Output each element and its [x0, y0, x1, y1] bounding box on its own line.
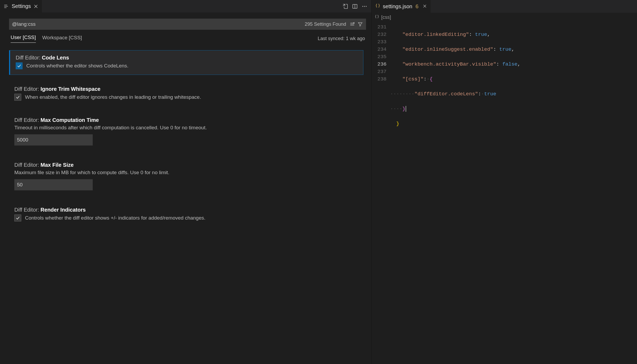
setting-name: Code Lens [42, 55, 69, 61]
setting-name: Render Indicators [41, 207, 86, 213]
open-settings-json-icon[interactable] [341, 2, 350, 11]
settings-json-tab[interactable]: settings.json 6 [372, 0, 431, 13]
split-editor-icon[interactable] [350, 2, 360, 11]
filter-icon[interactable] [356, 20, 364, 28]
svg-point-9 [366, 6, 367, 7]
code-editor[interactable]: 231 232 233 234 235 236 237 238 "editor.… [372, 22, 637, 364]
breadcrumb-scope: [css] [381, 15, 391, 20]
setting-category: Diff Editor: [14, 117, 39, 123]
clear-search-icon[interactable] [348, 20, 356, 28]
editor-tab-modified-count: 6 [415, 3, 418, 10]
line-number-gutter: 231 232 233 234 235 236 237 238 [372, 22, 390, 364]
settings-tab-label: Settings [12, 3, 31, 9]
setting-category: Diff Editor: [14, 86, 39, 92]
editor-tab-filename: settings.json [383, 3, 412, 10]
setting-desc: Maximum file size in MB for which to com… [14, 170, 358, 175]
setting-max-file-size[interactable]: Diff Editor: Max File Size Maximum file … [9, 158, 363, 196]
setting-name: Ignore Trim Whitespace [41, 86, 101, 92]
more-actions-icon[interactable] [360, 2, 369, 11]
setting-category: Diff Editor: [14, 207, 39, 213]
setting-category: Diff Editor: [14, 162, 39, 168]
setting-max-computation-time[interactable]: Diff Editor: Max Computation Time Timeou… [9, 113, 363, 151]
search-input[interactable] [12, 19, 305, 29]
setting-name: Max Computation Time [41, 117, 99, 123]
close-icon[interactable] [33, 4, 38, 9]
checkbox-code-lens[interactable] [16, 62, 23, 69]
setting-name: Max File Size [41, 162, 74, 168]
scope-workspace[interactable]: Workspace [CSS] [42, 35, 82, 43]
setting-desc: When enabled, the diff editor ignores ch… [25, 94, 201, 100]
scope-user[interactable]: User [CSS] [11, 35, 36, 43]
checkbox-render-indicators[interactable] [14, 215, 21, 221]
breadcrumb[interactable]: [css] [372, 13, 637, 22]
settings-list-icon [4, 4, 9, 9]
setting-desc: Timeout in milliseconds after which diff… [14, 125, 358, 131]
setting-desc: Controls whether the editor shows CodeLe… [26, 63, 128, 69]
settings-found-count: 295 Settings Found [305, 22, 346, 27]
left-tabbar: Settings [0, 0, 371, 13]
last-synced[interactable]: Last synced: 1 wk ago [318, 36, 366, 41]
setting-desc: Controls whether the diff editor shows +… [25, 215, 205, 221]
setting-ignore-trim-whitespace[interactable]: Diff Editor: Ignore Trim Whitespace When… [9, 82, 363, 106]
setting-category: Diff Editor: [16, 55, 40, 61]
setting-render-indicators[interactable]: Diff Editor: Render Indicators Controls … [9, 203, 363, 227]
right-tabbar: settings.json 6 [372, 0, 637, 13]
checkbox-ignore-trim[interactable] [14, 94, 21, 101]
settings-list[interactable]: Diff Editor: Code Lens Controls whether … [9, 45, 366, 364]
code-content[interactable]: "editor.linkedEditing": true, "editor.in… [390, 22, 637, 364]
input-max-file-size[interactable] [14, 179, 93, 190]
setting-code-lens[interactable]: Diff Editor: Code Lens Controls whether … [9, 50, 363, 75]
input-max-computation-time[interactable] [14, 134, 93, 145]
settings-search: 295 Settings Found [9, 19, 366, 30]
settings-tab[interactable]: Settings [0, 0, 42, 12]
svg-point-7 [362, 6, 363, 7]
close-icon[interactable] [423, 3, 427, 10]
braces-icon [375, 15, 379, 20]
braces-icon [375, 3, 380, 10]
svg-point-8 [364, 6, 365, 7]
scope-tabs: User [CSS] Workspace [CSS] Last synced: … [9, 30, 366, 45]
